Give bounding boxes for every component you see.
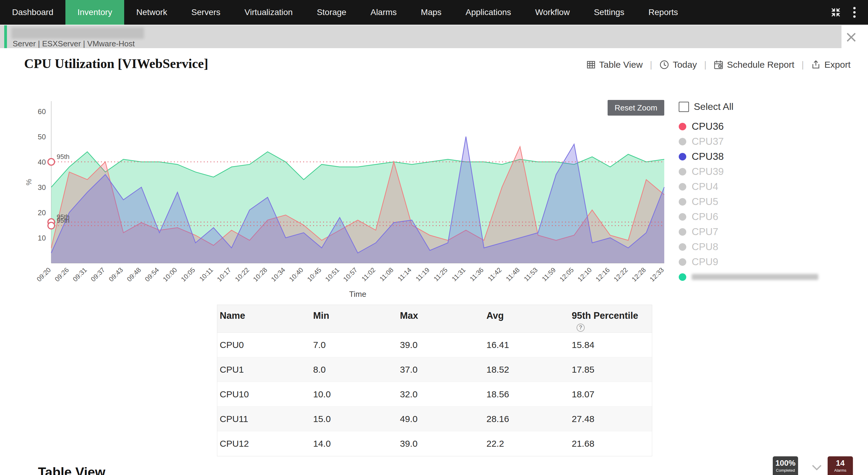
legend-item-cpu9[interactable]: CPU9 [679, 255, 866, 269]
table-view-button[interactable]: Table View [587, 60, 643, 70]
legend-item-cpu8[interactable]: CPU8 [679, 239, 866, 255]
svg-text:12:22: 12:22 [612, 266, 629, 283]
chevron-down-icon[interactable] [811, 464, 822, 472]
close-icon[interactable]: × [844, 29, 858, 44]
select-all-control[interactable]: Select All [679, 101, 866, 112]
nav-item-servers[interactable]: Servers [179, 0, 232, 25]
schedule-report-button[interactable]: Schedule Report [714, 60, 794, 70]
legend-item-cpu38[interactable]: CPU38 [679, 149, 866, 164]
nav-item-storage[interactable]: Storage [305, 0, 358, 25]
svg-text:40: 40 [38, 158, 46, 166]
svg-text:10:17: 10:17 [216, 266, 233, 283]
svg-text:11:14: 11:14 [396, 266, 413, 283]
legend-label: CPU36 [692, 121, 724, 132]
legend-item-cpu4[interactable]: CPU4 [679, 179, 866, 194]
export-button[interactable]: Export [811, 60, 850, 70]
help-icon[interactable]: ? [577, 324, 585, 332]
legend-label: CPU38 [692, 151, 724, 162]
cell-min: 10.0 [313, 389, 400, 400]
svg-text:10: 10 [38, 234, 46, 242]
legend-label: CPU39 [692, 166, 724, 177]
cell-max: 49.0 [400, 414, 487, 424]
breadcrumb-blurred-hostname [11, 27, 144, 39]
progress-value: 100% [775, 459, 796, 467]
svg-text:09:26: 09:26 [53, 266, 70, 283]
utilization-area-chart[interactable]: 102030405060%95th95th95th09:2009:2609:31… [24, 95, 675, 304]
legend-color-dot [679, 153, 686, 161]
legend-item-blurred[interactable] [679, 269, 866, 284]
table-header-avg: Avg [487, 310, 572, 321]
cell-max: 39.0 [400, 439, 487, 449]
cell-max: 32.0 [400, 389, 487, 400]
progress-badge[interactable]: 100% Completed [773, 456, 798, 475]
svg-text:10:05: 10:05 [180, 266, 197, 283]
nav-item-inventory[interactable]: Inventory [65, 0, 124, 25]
select-all-checkbox[interactable] [679, 102, 689, 112]
nav-item-workflow[interactable]: Workflow [523, 0, 582, 25]
table-row-cpu1: CPU18.037.018.5217.85 [217, 357, 652, 382]
time-range-today-button[interactable]: Today [659, 60, 697, 70]
x-axis-title: Time [349, 290, 367, 299]
svg-text:11:53: 11:53 [522, 266, 539, 283]
alarms-badge[interactable]: 14 Alarms [828, 456, 853, 475]
legend-item-cpu36[interactable]: CPU36 [679, 119, 866, 134]
legend-label: CPU8 [692, 241, 718, 252]
nav-item-applications[interactable]: Applications [454, 0, 523, 25]
table-row-cpu10: CPU1010.032.018.5618.07 [217, 382, 652, 407]
legend-color-dot [679, 228, 686, 236]
cell-avg: 22.2 [487, 439, 572, 449]
nav-item-network[interactable]: Network [124, 0, 179, 25]
legend-item-cpu39[interactable]: CPU39 [679, 164, 866, 179]
footer-badges: 100% Completed 14 Alarms [773, 456, 853, 475]
svg-text:11:36: 11:36 [468, 266, 485, 283]
legend-label: CPU4 [692, 181, 718, 192]
legend-color-dot [679, 183, 686, 191]
cell-avg: 18.52 [487, 365, 572, 375]
chart-legend: Select All CPU36CPU37CPU38CPU39CPU4CPU5C… [679, 101, 866, 284]
main-nav-items: DashboardInventoryNetworkServersVirtuali… [0, 0, 690, 25]
legend-label: CPU37 [692, 136, 724, 147]
svg-text:09:54: 09:54 [144, 266, 161, 283]
nav-item-settings[interactable]: Settings [582, 0, 636, 25]
nav-item-virtualization[interactable]: Virtualization [232, 0, 305, 25]
svg-text:20: 20 [38, 209, 46, 217]
legend-item-cpu7[interactable]: CPU7 [679, 224, 866, 239]
cell-95th-percentile: 27.48 [572, 414, 652, 424]
kebab-menu-icon[interactable] [853, 6, 856, 19]
svg-text:%: % [25, 179, 33, 185]
today-label: Today [673, 60, 697, 70]
legend-label: CPU9 [692, 256, 718, 268]
cell-min: 7.0 [313, 340, 400, 350]
cell-95th-percentile: 18.07 [572, 389, 652, 400]
collapse-icon[interactable] [831, 7, 841, 18]
table-body: CPU07.039.016.4115.84CPU18.037.018.5217.… [217, 333, 652, 456]
y-axis-labels: 102030405060% [25, 107, 46, 242]
legend-item-cpu37[interactable]: CPU37 [679, 134, 866, 149]
svg-text:10:40: 10:40 [287, 266, 305, 283]
table-header-row: NameMinMaxAvg95th Percentile? [217, 305, 652, 333]
export-icon [811, 60, 821, 70]
table-row-cpu11: CPU1115.049.028.1627.48 [217, 407, 652, 431]
svg-text:10:28: 10:28 [252, 266, 269, 283]
svg-text:10:00: 10:00 [161, 266, 179, 283]
cpu-utilization-chart[interactable]: 102030405060%95th95th95th09:2009:2609:31… [24, 95, 675, 304]
nav-item-reports[interactable]: Reports [637, 0, 690, 25]
clock-icon [659, 60, 669, 70]
export-label: Export [824, 60, 850, 70]
svg-text:09:37: 09:37 [89, 266, 106, 283]
nav-item-dashboard[interactable]: Dashboard [0, 0, 65, 25]
cell-95th-percentile: 21.68 [572, 439, 652, 449]
table-header-95th-percentile: 95th Percentile? [572, 310, 652, 332]
table-row-cpu12: CPU1214.039.022.221.68 [217, 431, 652, 456]
legend-item-cpu5[interactable]: CPU5 [679, 194, 866, 209]
nav-item-maps[interactable]: Maps [409, 0, 453, 25]
reset-zoom-button[interactable]: Reset Zoom [608, 100, 664, 115]
legend-color-dot [679, 243, 686, 251]
legend-item-cpu6[interactable]: CPU6 [679, 209, 866, 224]
schedule-report-label: Schedule Report [727, 60, 794, 70]
table-header-max: Max [400, 310, 487, 321]
breadcrumb: Server | ESXServer | VMware-Host [13, 39, 135, 48]
table-header-name: Name [220, 310, 313, 321]
svg-text:12:10: 12:10 [576, 266, 593, 283]
nav-item-alarms[interactable]: Alarms [358, 0, 409, 25]
